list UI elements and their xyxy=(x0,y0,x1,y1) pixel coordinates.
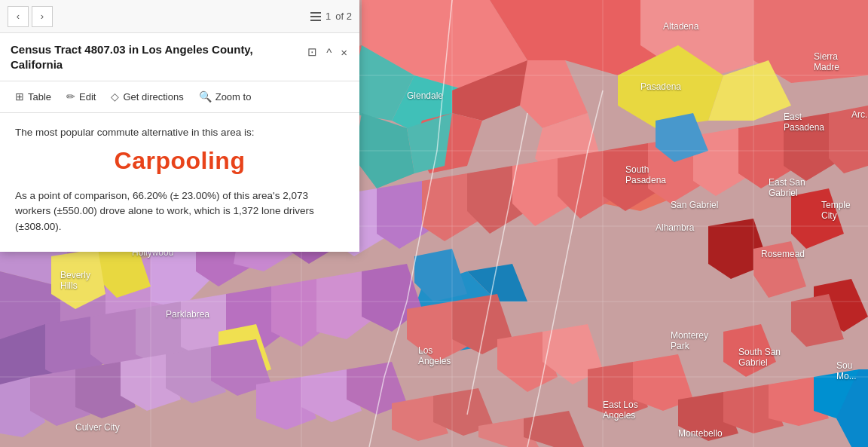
zoom-label: Zoom to xyxy=(215,91,252,103)
popup-content: The most popular commute alternative in … xyxy=(0,113,359,253)
popup-panel: ‹ › 1 of 2 Census Tract 4807.03 in Los A… xyxy=(0,0,359,252)
nav-back-button[interactable]: ‹ xyxy=(8,6,29,27)
zoom-icon: 🔍 xyxy=(199,90,212,103)
popup-description: The most popular commute alternative in … xyxy=(15,127,344,138)
chevron-right-icon: › xyxy=(41,11,44,22)
table-icon: ⊞ xyxy=(15,90,24,103)
directions-icon: ◇ xyxy=(111,90,119,103)
zoom-button[interactable]: 🔍 Zoom to xyxy=(191,86,259,107)
chevron-left-icon: ‹ xyxy=(17,11,20,22)
popup-nav: ‹ › 1 of 2 xyxy=(0,0,359,33)
directions-label: Get directions xyxy=(123,91,183,103)
nav-forward-button[interactable]: › xyxy=(32,6,53,27)
nav-counter: 1 of 2 xyxy=(310,11,352,22)
dock-icon: ⊡ xyxy=(307,45,317,59)
popup-title: Census Tract 4807.03 in Los Angeles Coun… xyxy=(11,42,300,73)
popup-title-actions: ⊡ ^ × xyxy=(306,44,349,60)
table-button[interactable]: ⊞ Table xyxy=(8,86,59,107)
close-button[interactable]: × xyxy=(339,44,349,60)
popup-comparison: As a point of comparison, 66.20% (± 23.0… xyxy=(15,188,344,236)
nav-arrows: ‹ › xyxy=(8,6,53,27)
directions-button[interactable]: ◇ Get directions xyxy=(103,86,191,107)
nav-current: 1 xyxy=(326,11,331,22)
popup-toolbar: ⊞ Table ✏ Edit ◇ Get directions 🔍 Zoom t… xyxy=(0,81,359,113)
edit-label: Edit xyxy=(79,91,96,103)
collapse-button[interactable]: ^ xyxy=(325,44,333,60)
dock-button[interactable]: ⊡ xyxy=(306,44,319,60)
close-icon: × xyxy=(341,46,347,59)
popup-highlight: Carpooling xyxy=(15,147,344,175)
popup-titlebar: Census Tract 4807.03 in Los Angeles Coun… xyxy=(0,33,359,81)
list-icon xyxy=(310,12,321,21)
edit-icon: ✏ xyxy=(66,90,75,103)
svg-marker-45 xyxy=(829,106,868,173)
table-label: Table xyxy=(28,91,51,103)
edit-button[interactable]: ✏ Edit xyxy=(59,86,103,107)
nav-of-total: of 2 xyxy=(335,11,352,22)
collapse-icon: ^ xyxy=(326,46,332,59)
